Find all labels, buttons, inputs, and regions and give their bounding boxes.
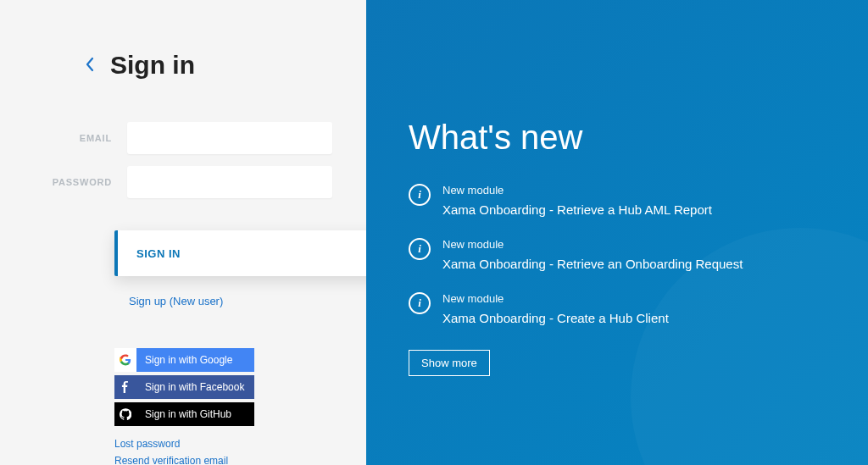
facebook-icon xyxy=(114,375,136,399)
news-item[interactable]: i New module Xama Onboarding - Create a … xyxy=(409,291,826,328)
info-icon: i xyxy=(409,184,431,206)
news-title: Xama Onboarding - Retrieve an Onboarding… xyxy=(442,255,743,274)
google-icon xyxy=(114,348,136,372)
signin-title: Sign in xyxy=(110,51,195,80)
news-item[interactable]: i New module Xama Onboarding - Retrieve … xyxy=(409,236,826,274)
news-list: i New module Xama Onboarding - Retrieve … xyxy=(409,182,826,328)
whats-new-heading: What's new xyxy=(409,119,826,157)
signin-google-button[interactable]: Sign in with Google xyxy=(114,348,254,372)
password-row: PASSWORD xyxy=(34,166,332,198)
password-input[interactable] xyxy=(127,166,332,198)
password-label: PASSWORD xyxy=(34,177,127,187)
signin-button[interactable]: SIGN IN xyxy=(114,230,403,276)
email-input[interactable] xyxy=(127,122,332,154)
info-icon: i xyxy=(409,292,431,314)
whats-new-pane: What's new i New module Xama Onboarding … xyxy=(366,0,868,465)
email-label: EMAIL xyxy=(34,133,127,143)
back-icon[interactable] xyxy=(85,57,95,75)
news-tag: New module xyxy=(442,291,669,307)
github-icon xyxy=(114,402,136,426)
github-label: Sign in with GitHub xyxy=(136,408,254,420)
signin-header: Sign in xyxy=(85,51,332,80)
signin-facebook-button[interactable]: Sign in with Facebook xyxy=(114,375,254,399)
news-title: Xama Onboarding - Create a Hub Client xyxy=(442,309,669,329)
show-more-button[interactable]: Show more xyxy=(409,350,490,376)
facebook-label: Sign in with Facebook xyxy=(136,381,254,393)
signin-github-button[interactable]: Sign in with GitHub xyxy=(114,402,254,426)
news-tag: New module xyxy=(442,236,743,253)
signup-link[interactable]: Sign up (New user) xyxy=(129,295,332,307)
signin-button-label: SIGN IN xyxy=(136,247,181,260)
info-icon: i xyxy=(409,238,431,260)
news-tag: New module xyxy=(442,182,712,199)
auxiliary-links: Lost password Resend verification email xyxy=(114,438,332,465)
resend-verification-link[interactable]: Resend verification email xyxy=(114,455,332,465)
signin-pane: Sign in EMAIL PASSWORD SIGN IN Sign up (… xyxy=(0,0,366,465)
email-row: EMAIL xyxy=(34,122,332,154)
news-item[interactable]: i New module Xama Onboarding - Retrieve … xyxy=(409,182,826,219)
lost-password-link[interactable]: Lost password xyxy=(114,438,332,450)
google-label: Sign in with Google xyxy=(136,354,254,366)
social-signin-stack: Sign in with Google Sign in with Faceboo… xyxy=(114,348,254,426)
news-title: Xama Onboarding - Retrieve a Hub AML Rep… xyxy=(442,201,712,220)
